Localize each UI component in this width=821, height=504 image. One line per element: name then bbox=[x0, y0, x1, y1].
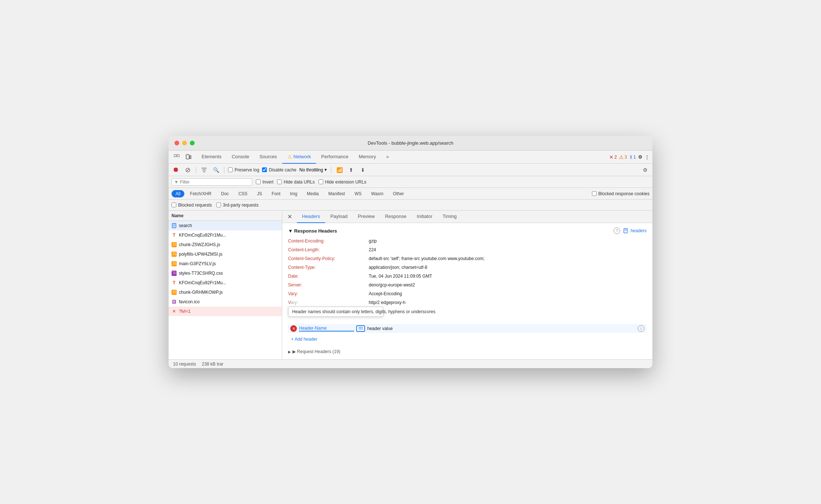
close-button[interactable] bbox=[174, 141, 179, 145]
top-tab-bar: Elements Console Sources ⚠ Network Perfo… bbox=[169, 151, 652, 164]
tab-preview[interactable]: Preview bbox=[353, 211, 380, 223]
section-actions: ? .headers bbox=[614, 227, 647, 234]
custom-header-info-icon[interactable]: i bbox=[638, 325, 644, 332]
type-btn-manifest[interactable]: Manifest bbox=[324, 190, 349, 197]
search-icon[interactable]: 🔍 bbox=[211, 166, 220, 174]
tooltip-box: Header names should contain only letters… bbox=[288, 307, 383, 317]
file-item-main[interactable]: JS main-G3PZY5LV.js bbox=[169, 259, 282, 268]
settings-icon[interactable]: ⚙ bbox=[638, 154, 643, 160]
blocked-cookies-checkbox[interactable]: Blocked response cookies bbox=[592, 191, 649, 196]
headers-file-link[interactable]: .headers bbox=[623, 228, 647, 233]
custom-header-name-input[interactable] bbox=[299, 326, 354, 331]
invert-checkbox[interactable]: Invert bbox=[256, 179, 273, 185]
request-headers-title[interactable]: ▶ ▶ Request Headers (19) bbox=[288, 349, 647, 354]
tab-response[interactable]: Response bbox=[380, 211, 412, 223]
blocked-cookies-filter: Blocked response cookies bbox=[592, 191, 649, 196]
device-toolbar-icon[interactable] bbox=[183, 152, 194, 162]
wifi-icon[interactable]: 📶 bbox=[335, 166, 344, 174]
devtools-icons bbox=[172, 152, 194, 162]
add-header-button[interactable]: + Add header bbox=[288, 335, 320, 343]
type-btn-media[interactable]: Media bbox=[303, 190, 323, 197]
tab-network[interactable]: ⚠ Network bbox=[282, 151, 316, 164]
request-headers-section: ▶ ▶ Request Headers (19) bbox=[288, 349, 647, 354]
third-party-requests-checkbox[interactable]: 3rd-party requests bbox=[216, 203, 258, 208]
tab-initiator[interactable]: Initiator bbox=[412, 211, 438, 223]
filter-input[interactable] bbox=[180, 179, 250, 185]
file-item-polyfills[interactable]: JS polyfills-UPW4ZMSI.js bbox=[169, 249, 282, 259]
disable-cache-checkbox[interactable]: Disable cache bbox=[262, 167, 296, 173]
close-detail-button[interactable]: ✕ bbox=[285, 212, 294, 221]
font-icon-2: T bbox=[172, 280, 177, 285]
warn-count-badge: ⚠ 3 bbox=[619, 154, 627, 160]
tab-elements[interactable]: Elements bbox=[196, 151, 227, 164]
record-button[interactable]: ⏺ bbox=[172, 166, 180, 174]
preserve-log-checkbox[interactable]: Preserve log bbox=[228, 167, 259, 173]
file-item-error[interactable]: ✕ ?lvl=1 bbox=[169, 307, 282, 316]
type-btn-doc[interactable]: Doc bbox=[217, 190, 233, 197]
type-btn-wasm[interactable]: Wasm bbox=[367, 190, 388, 197]
tab-timing[interactable]: Timing bbox=[438, 211, 462, 223]
filter-input-wrap[interactable]: ▼ bbox=[172, 178, 252, 186]
file-list-header: Name bbox=[169, 211, 282, 221]
type-btn-font[interactable]: Font bbox=[268, 190, 284, 197]
help-icon[interactable]: ? bbox=[614, 227, 620, 234]
filter-icon[interactable] bbox=[200, 166, 209, 174]
file-item-search[interactable]: search bbox=[169, 221, 282, 230]
file-item-chunk1[interactable]: JS chunk-Z5WZJGHS.js bbox=[169, 240, 282, 249]
file-item-styles[interactable]: CSS styles-T73CSHRQ.css bbox=[169, 268, 282, 278]
header-server: Server: deno/gcp-europe-west2 bbox=[288, 282, 647, 288]
header-content-length: Content-Length: 224 bbox=[288, 247, 647, 253]
header-csp: Content-Security-Policy: default-src 'se… bbox=[288, 255, 647, 262]
fullscreen-button[interactable] bbox=[190, 141, 195, 145]
tab-headers[interactable]: Headers bbox=[297, 211, 325, 223]
tab-payload[interactable]: Payload bbox=[325, 211, 353, 223]
throttle-select[interactable]: No throttling ▼ bbox=[299, 167, 328, 173]
header-name-error-badge: !!! bbox=[356, 325, 365, 332]
type-btn-other[interactable]: Other bbox=[389, 190, 408, 197]
type-btn-all[interactable]: All bbox=[172, 190, 184, 197]
type-btn-img[interactable]: Img bbox=[286, 190, 301, 197]
svg-rect-3 bbox=[190, 156, 191, 159]
traffic-lights bbox=[174, 141, 195, 145]
type-btn-fetch[interactable]: Fetch/XHR bbox=[186, 190, 216, 197]
minimize-button[interactable] bbox=[182, 141, 187, 145]
delete-custom-header-button[interactable]: ✕ bbox=[290, 325, 297, 332]
select-element-icon[interactable] bbox=[172, 152, 182, 162]
detail-tabs: ✕ Headers Payload Preview Response bbox=[282, 211, 652, 223]
tab-memory[interactable]: Memory bbox=[354, 151, 381, 164]
tab-console[interactable]: Console bbox=[227, 151, 254, 164]
hide-ext-urls-checkbox[interactable]: Hide extension URLs bbox=[319, 179, 367, 185]
type-btn-ws[interactable]: WS bbox=[350, 190, 365, 197]
main-content: Name search bbox=[169, 211, 652, 359]
export-icon[interactable]: ⬇ bbox=[358, 166, 367, 174]
file-item-chunk2[interactable]: JS chunk-GRHMKOWP.js bbox=[169, 288, 282, 297]
type-filter-bar: All Fetch/XHR Doc CSS JS Font Img Media … bbox=[169, 188, 652, 200]
import-icon[interactable]: ⬆ bbox=[347, 166, 356, 174]
file-item-font2[interactable]: T KFOmCnqEu92Fr1Mu... bbox=[169, 278, 282, 288]
toolbar-separator-2 bbox=[224, 167, 224, 173]
response-headers-title[interactable]: ▼ Response Headers bbox=[288, 228, 337, 234]
titlebar: DevTools - bubble-jingle.web.app/search bbox=[169, 136, 652, 151]
clear-button[interactable]: ⊘ bbox=[183, 166, 192, 174]
custom-header-value-input[interactable] bbox=[367, 326, 636, 331]
file-item-favicon[interactable]: 🖼 favicon.ico bbox=[169, 297, 282, 307]
js-icon-2: JS bbox=[172, 252, 177, 257]
detail-content: ▼ Response Headers ? bbox=[282, 223, 652, 359]
type-btn-js[interactable]: JS bbox=[253, 190, 266, 197]
js-icon-3: JS bbox=[172, 261, 177, 266]
detail-panel: ✕ Headers Payload Preview Response bbox=[282, 211, 652, 359]
file-item-font1[interactable]: T KFOmCnqEu92Fr1Mu... bbox=[169, 230, 282, 240]
custom-header-row: ✕ !!! i bbox=[288, 324, 647, 333]
tab-sources[interactable]: Sources bbox=[254, 151, 282, 164]
more-options-icon[interactable]: ⋮ bbox=[645, 154, 649, 160]
network-settings-icon[interactable]: ⚙ bbox=[641, 166, 649, 174]
tab-performance[interactable]: Performance bbox=[316, 151, 353, 164]
hide-data-urls-checkbox[interactable]: Hide data URLs bbox=[277, 179, 315, 185]
request-headers-arrow: ▶ bbox=[288, 350, 291, 354]
header-content-encoding: Content-Encoding: gzip bbox=[288, 238, 647, 244]
blocked-requests-checkbox[interactable]: Blocked requests bbox=[172, 203, 212, 208]
response-headers-section-header: ▼ Response Headers ? bbox=[288, 227, 647, 234]
type-btn-css[interactable]: CSS bbox=[234, 190, 251, 197]
header-content-type: Content-Type: application/json; charset=… bbox=[288, 264, 647, 271]
tab-more[interactable]: » bbox=[381, 151, 394, 164]
